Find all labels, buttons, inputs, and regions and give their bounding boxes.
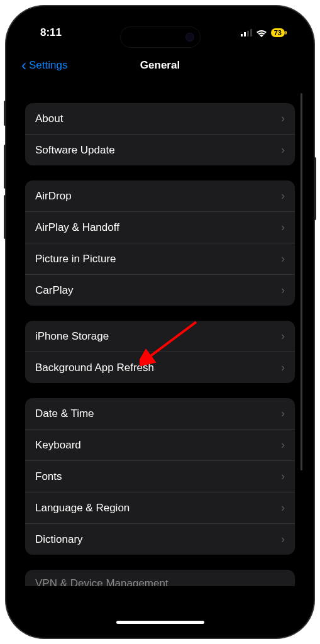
row-label: AirPlay & Handoff [35, 221, 281, 234]
row-carplay[interactable]: CarPlay› [25, 275, 295, 306]
row-keyboard[interactable]: Keyboard› [25, 430, 295, 461]
chevron-right-icon: › [281, 470, 285, 483]
chevron-right-icon: › [281, 221, 285, 234]
svg-rect-3 [250, 29, 252, 36]
back-button[interactable]: ‹ Settings [21, 58, 67, 73]
battery-indicator: 73 [271, 28, 285, 37]
row-label: Dictionary [35, 533, 281, 546]
back-label: Settings [29, 59, 67, 72]
svg-rect-2 [247, 31, 249, 36]
page-title: General [140, 59, 180, 72]
silent-switch [4, 101, 6, 126]
row-label: CarPlay [35, 284, 281, 297]
svg-rect-0 [241, 34, 243, 36]
row-label: VPN & Device Management [35, 577, 168, 586]
row-picture-in-picture[interactable]: Picture in Picture› [25, 243, 295, 275]
row-airdrop[interactable]: AirDrop› [25, 180, 295, 212]
settings-group: Date & Time›Keyboard›Fonts›Language & Re… [25, 398, 295, 555]
status-right: 73 [241, 28, 285, 37]
chevron-right-icon: › [281, 501, 285, 514]
status-time: 8:11 [40, 26, 62, 39]
home-indicator[interactable] [116, 621, 204, 624]
volume-down-button [4, 195, 6, 239]
row-iphone-storage[interactable]: iPhone Storage› [25, 321, 295, 352]
screen: 8:11 73 ‹ Settings General Ab [15, 15, 305, 629]
content-scroll-area[interactable]: About›Software Update›AirDrop›AirPlay & … [15, 80, 305, 629]
row-vpn-device-management[interactable]: VPN & Device Management [25, 570, 295, 586]
chevron-left-icon: ‹ [21, 58, 26, 73]
settings-group: AirDrop›AirPlay & Handoff›Picture in Pic… [25, 180, 295, 306]
row-label: About [35, 113, 281, 125]
front-camera-icon [185, 33, 194, 42]
chevron-right-icon: › [281, 112, 285, 125]
svg-rect-1 [244, 32, 246, 36]
volume-up-button [4, 145, 6, 189]
row-software-update[interactable]: Software Update› [25, 135, 295, 165]
settings-group: About›Software Update› [25, 103, 295, 165]
chevron-right-icon: › [281, 361, 285, 374]
phone-frame: 8:11 73 ‹ Settings General Ab [6, 6, 314, 638]
row-label: Date & Time [35, 408, 281, 420]
chevron-right-icon: › [281, 143, 285, 157]
row-label: Keyboard [35, 439, 281, 452]
row-background-app-refresh[interactable]: Background App Refresh› [25, 352, 295, 383]
scroll-indicator[interactable] [301, 93, 302, 470]
row-label: Software Update [35, 144, 281, 157]
row-label: iPhone Storage [35, 330, 281, 343]
row-label: Background App Refresh [35, 362, 281, 374]
row-language-region[interactable]: Language & Region› [25, 492, 295, 524]
chevron-right-icon: › [281, 284, 285, 297]
chevron-right-icon: › [281, 252, 285, 265]
chevron-right-icon: › [281, 407, 285, 420]
row-label: Language & Region [35, 502, 281, 514]
row-label: Fonts [35, 470, 281, 483]
battery-level: 73 [274, 28, 282, 37]
chevron-right-icon: › [281, 438, 285, 452]
row-fonts[interactable]: Fonts› [25, 461, 295, 492]
row-dictionary[interactable]: Dictionary› [25, 524, 295, 555]
row-label: Picture in Picture [35, 253, 281, 265]
row-label: AirDrop [35, 190, 281, 203]
chevron-right-icon: › [281, 533, 285, 546]
settings-group: iPhone Storage›Background App Refresh› [25, 321, 295, 383]
row-airplay-handoff[interactable]: AirPlay & Handoff› [25, 212, 295, 243]
cellular-signal-icon [241, 29, 252, 36]
navigation-bar: ‹ Settings General [15, 50, 305, 80]
chevron-right-icon: › [281, 330, 285, 343]
dynamic-island [120, 26, 201, 48]
row-about[interactable]: About› [25, 103, 295, 135]
row-date-time[interactable]: Date & Time› [25, 398, 295, 430]
power-button [314, 157, 316, 220]
wifi-icon [256, 29, 267, 37]
chevron-right-icon: › [281, 189, 285, 203]
